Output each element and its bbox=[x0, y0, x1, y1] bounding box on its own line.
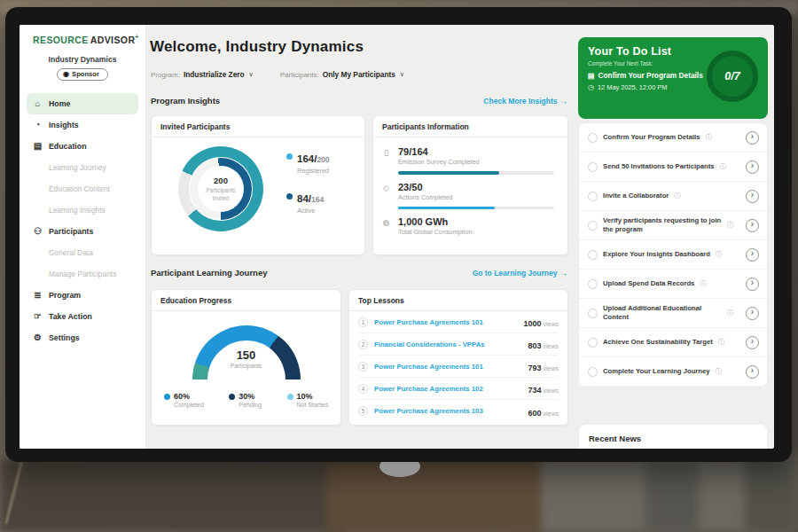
task-checkbox[interactable] bbox=[588, 367, 598, 377]
info-icon[interactable]: ⓘ bbox=[716, 250, 723, 259]
todo-task[interactable]: Upload Spend Data Records ⓘ › bbox=[579, 270, 767, 299]
stat-row: ◇ 23/50 Actions Completed bbox=[380, 182, 557, 210]
chevron-right-icon[interactable]: › bbox=[746, 307, 759, 320]
todo-task[interactable]: Send 50 Invitations to Participants ⓘ › bbox=[579, 153, 767, 182]
clock-icon: ◷ bbox=[588, 83, 594, 91]
lesson-row: 3 Power Purchase Agreements 101 793views bbox=[358, 356, 559, 378]
sponsor-badge[interactable]: ◉ Sponsor bbox=[57, 68, 108, 81]
sidebar-item-settings[interactable]: ⚙ Settings bbox=[27, 327, 138, 348]
todo-progress-ring: 0/7 bbox=[707, 51, 758, 102]
todo-task[interactable]: Complete Your Learning Journey ⓘ › bbox=[579, 357, 767, 387]
lesson-link[interactable]: Power Purchase Agreements 101 bbox=[374, 318, 517, 326]
lesson-link[interactable]: Power Purchase Agreements 102 bbox=[374, 385, 521, 393]
views-count: 793views bbox=[528, 358, 559, 374]
background-stripe bbox=[745, 452, 798, 532]
todo-task[interactable]: Explore Your Insights Dashboard ⓘ › bbox=[579, 240, 767, 270]
todo-task[interactable]: Invite a Collaborator ⓘ › bbox=[579, 182, 767, 211]
task-sheet-icon: ▤ bbox=[588, 72, 595, 80]
participants-filter[interactable]: Participants: Only My Participants ∨ bbox=[280, 70, 404, 79]
info-icon[interactable]: ⓘ bbox=[706, 133, 713, 142]
task-checkbox[interactable] bbox=[588, 133, 598, 143]
lesson-row: 2 Financial Considerations - VPPAs 803vi… bbox=[358, 333, 559, 356]
chevron-right-icon[interactable]: › bbox=[746, 190, 759, 203]
take-action-icon: ☞ bbox=[33, 311, 43, 321]
legend-item: 164/200 Registered bbox=[286, 150, 330, 175]
lesson-row: 1 Power Purchase Agreements 101 1000view… bbox=[358, 311, 559, 333]
sidebar-item-general-data[interactable]: General Data bbox=[27, 242, 138, 263]
participants-icon: ⚇ bbox=[33, 226, 43, 236]
views-count: 803views bbox=[528, 336, 559, 352]
sidebar-item-manage-participants[interactable]: Manage Participants bbox=[27, 263, 138, 285]
sidebar-item-participants[interactable]: ⚇ Participants bbox=[27, 221, 138, 242]
chevron-right-icon[interactable]: › bbox=[746, 131, 759, 145]
task-checkbox[interactable] bbox=[588, 309, 598, 318]
info-icon[interactable]: ⓘ bbox=[674, 192, 681, 200]
info-icon[interactable]: ⓘ bbox=[716, 367, 723, 376]
sidebar-item-program[interactable]: ≣ Program bbox=[27, 285, 138, 306]
sidebar-item-insights[interactable]: ◔ Insights bbox=[27, 114, 138, 136]
sidebar-item-education[interactable]: ▤ Education bbox=[27, 136, 138, 157]
task-checkbox[interactable] bbox=[588, 279, 598, 289]
views-count: 1000views bbox=[523, 314, 559, 330]
todo-task[interactable]: Verify participants requesting to join t… bbox=[579, 211, 767, 240]
chevron-down-icon: ∨ bbox=[249, 71, 254, 78]
lesson-link[interactable]: Power Purchase Agreements 103 bbox=[374, 407, 521, 415]
org-name: Industry Dynamics bbox=[20, 55, 145, 64]
sidebar-item-take-action[interactable]: ☞ Take Action bbox=[27, 306, 138, 327]
info-icon[interactable]: ⓘ bbox=[727, 221, 734, 230]
todo-task-list: Confirm Your Program Details ⓘ › Send 50… bbox=[578, 122, 768, 387]
program-filter[interactable]: Program: Industrialize Zero ∨ bbox=[151, 70, 254, 79]
background-stripe bbox=[645, 461, 699, 532]
legend-dot bbox=[286, 153, 293, 160]
chevron-right-icon[interactable]: › bbox=[746, 365, 759, 379]
gauge-legend: 60% Completed 30% Pending bbox=[152, 392, 340, 408]
task-checkbox[interactable] bbox=[588, 250, 598, 260]
info-icon[interactable]: ⓘ bbox=[727, 309, 734, 317]
sidebar-item-home[interactable]: ⌂ Home bbox=[27, 93, 138, 114]
card-title: Top Lessons bbox=[349, 290, 567, 311]
todo-task[interactable]: Achieve One Sustainability Target ⓘ › bbox=[579, 328, 767, 357]
recent-news-title: Recent News bbox=[579, 425, 767, 449]
filters: Program: Industrialize Zero ∨ Participan… bbox=[151, 70, 404, 79]
legend-item: 84/164 Active bbox=[286, 190, 330, 215]
invited-participants-card: Invited Participants 200 Participants In… bbox=[151, 115, 365, 255]
check-more-insights-link[interactable]: Check More Insights→ bbox=[483, 97, 567, 106]
chevron-right-icon[interactable]: › bbox=[746, 219, 759, 232]
lesson-link[interactable]: Power Purchase Agreements 101 bbox=[374, 363, 521, 371]
recent-news-card: Recent News bbox=[578, 424, 768, 449]
chevron-right-icon[interactable]: › bbox=[746, 160, 759, 174]
sidebar-item-education-content[interactable]: Education Content bbox=[27, 178, 138, 200]
chevron-right-icon[interactable]: › bbox=[746, 248, 759, 262]
chevron-right-icon[interactable]: › bbox=[746, 278, 759, 291]
rank-badge: 5 bbox=[358, 406, 368, 416]
todo-task[interactable]: Confirm Your Program Details ⓘ › bbox=[579, 123, 767, 153]
views-count: 600views bbox=[528, 403, 559, 419]
todo-task[interactable]: Upload Additional Educational Content ⓘ … bbox=[579, 299, 767, 328]
info-icon[interactable]: ⓘ bbox=[718, 338, 725, 347]
clipboard-icon: ▯ bbox=[380, 148, 392, 175]
arrow-right-icon: → bbox=[560, 269, 568, 278]
info-icon[interactable]: ⓘ bbox=[700, 279, 707, 288]
sidebar-item-learning-insights[interactable]: Learning Insights bbox=[27, 200, 138, 221]
views-count: 734views bbox=[528, 380, 559, 396]
gauge-center: 150 Participants bbox=[192, 348, 301, 369]
sidebar-item-learning-journey[interactable]: Learning Journey bbox=[27, 157, 138, 178]
arrow-right-icon: → bbox=[560, 97, 568, 106]
rank-badge: 4 bbox=[358, 384, 368, 394]
info-icon[interactable]: ⓘ bbox=[720, 162, 727, 171]
task-checkbox[interactable] bbox=[588, 192, 598, 201]
task-checkbox[interactable] bbox=[588, 338, 598, 348]
home-icon: ⌂ bbox=[33, 98, 43, 108]
task-checkbox[interactable] bbox=[588, 221, 598, 231]
task-checkbox[interactable] bbox=[588, 162, 598, 172]
rank-badge: 3 bbox=[358, 362, 368, 372]
lesson-link[interactable]: Financial Considerations - VPPAs bbox=[374, 340, 521, 348]
bulb-icon: ◍ bbox=[380, 218, 392, 236]
go-to-learning-journey-link[interactable]: Go to Learning Journey→ bbox=[473, 269, 567, 278]
education-icon: ▤ bbox=[33, 141, 43, 151]
app-logo: RESOURCEADVISOR+ bbox=[33, 34, 145, 45]
progress-bar bbox=[398, 207, 554, 210]
rank-badge: 1 bbox=[358, 317, 368, 327]
chevron-right-icon[interactable]: › bbox=[746, 336, 759, 349]
stats-list: ▯ 79/164 Emission Survey Completed ◇ 23/… bbox=[373, 137, 567, 236]
